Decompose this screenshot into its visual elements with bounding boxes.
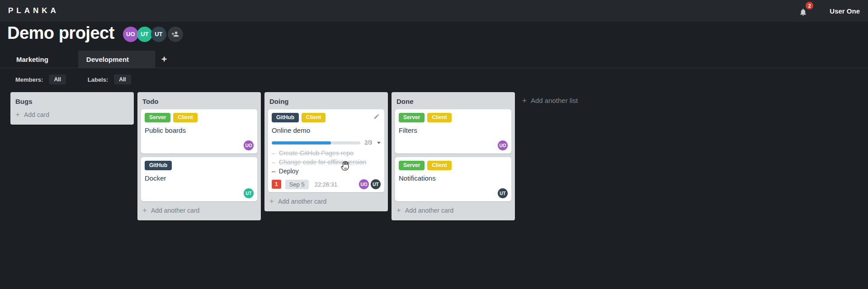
plus-icon: + [142,207,147,214]
chevron-down-icon[interactable] [377,142,381,144]
project-title[interactable]: Demo project [7,23,114,43]
avatar[interactable]: UO [123,27,138,42]
notification-count-badge: 1 [272,180,281,189]
due-date-badge[interactable]: Sep 5 [285,180,309,189]
filter-bar: Members: All Labels: All [15,73,131,86]
add-card-button[interactable]: + Add card [10,109,134,123]
add-another-card-button[interactable]: + Add another card [392,205,515,219]
add-list-label: Add another list [531,97,578,104]
task-item[interactable]: – Change code for offline version [272,158,381,167]
add-board-button[interactable]: + [155,51,173,68]
plus-icon: + [522,98,527,104]
card-title: Public boards [145,126,254,134]
add-card-label: Add another card [405,207,453,214]
user-menu[interactable]: User One [830,7,860,15]
label-client: Client [173,113,197,122]
add-card-label: Add card [24,111,49,118]
add-another-list-button[interactable]: + Add another list [517,93,583,108]
avatar: UO [244,140,254,150]
list-todo: Todo Server Client Public boards UO GitH… [137,92,261,220]
task-dash: – [272,167,275,176]
list-name[interactable]: Todo [137,92,261,109]
card-public-boards[interactable]: Server Client Public boards UO [141,109,257,154]
card-title: Docker [145,174,254,182]
add-member-button[interactable] [168,27,183,42]
avatar: UT [244,188,254,198]
pencil-icon [373,113,380,120]
add-card-label: Add another card [278,198,326,205]
avatar: UT [371,179,381,189]
task-progress: 2/3 [272,140,381,146]
card-title: Filters [399,126,508,134]
labels-filter-value[interactable]: All [114,75,131,84]
members-filter-value[interactable]: All [49,75,66,84]
list-doing: Doing GitHub Client Online demo 2/3 – [264,92,388,211]
card-labels: GitHub Client [272,113,381,122]
card-labels: GitHub [145,161,254,170]
avatar: UO [498,140,508,150]
bell-icon [799,8,807,17]
list-name[interactable]: Bugs [10,92,134,109]
avatar: UT [498,188,508,198]
label-server: Server [399,113,425,122]
tab-marketing[interactable]: Marketing [7,51,57,68]
add-card-label: Add another card [151,207,199,214]
label-server: Server [399,161,425,170]
avatar[interactable]: UT [151,27,166,42]
edit-card-button[interactable] [373,113,380,121]
list-done: Done Server Client Filters UO Server Cli… [392,92,515,220]
plus-icon: + [269,198,274,205]
card-title: Online demo [272,126,381,134]
list-name[interactable]: Doing [264,92,388,109]
tab-development[interactable]: Development [78,51,155,68]
card-online-demo[interactable]: GitHub Client Online demo 2/3 – Create G… [268,109,384,192]
add-another-card-button[interactable]: + Add another card [264,196,388,210]
planka-logo[interactable]: PLANKA [8,6,59,15]
notification-badge: 2 [806,2,813,9]
add-another-card-button[interactable]: + Add another card [137,205,261,219]
topbar: PLANKA 2 User One [0,0,868,22]
card-labels: Server Client [399,161,508,170]
plus-icon: + [396,207,401,214]
card-labels: Server Client [145,113,254,122]
list-name[interactable]: Done [392,92,515,109]
progress-fraction: 2/3 [364,140,372,146]
card-notifications[interactable]: Server Client Notifications UT [395,157,511,201]
label-github: GitHub [272,113,299,122]
task-dash: – [272,149,275,158]
progress-fill [272,141,331,144]
progress-bar [272,141,360,144]
card-title: Notifications [399,174,508,182]
task-dash: – [272,158,275,167]
task-item[interactable]: – Deploy [272,167,381,176]
timer-badge[interactable]: 22:26:31 [315,181,338,188]
list-bugs: Bugs + Add card [10,92,134,125]
card-filters[interactable]: Server Client Filters UO [395,109,511,154]
label-github: GitHub [145,161,172,170]
label-client: Client [427,113,451,122]
label-client: Client [302,113,326,122]
avatar[interactable]: UT [137,27,152,42]
labels-filter-label: Labels: [88,76,108,83]
task-item[interactable]: – Create GitHub Pages repo [272,149,381,158]
label-server: Server [145,113,170,122]
label-client: Client [427,161,451,170]
card-labels: Server Client [399,113,508,122]
person-add-icon [171,30,179,38]
project-members: UO UT UT [124,27,183,42]
plus-icon: + [161,54,167,65]
project-header: Demo project UO UT UT [7,23,183,43]
board-tabs: Marketing Development + [0,51,868,68]
card-badges: 1 Sep 5 22:26:31 UO UT [272,179,381,189]
board: Bugs + Add card Todo Server Client Publi… [10,92,515,220]
avatar: UO [359,179,369,189]
plus-icon: + [15,112,20,118]
card-docker[interactable]: GitHub Docker UT [141,157,257,201]
notifications-button[interactable]: 2 [799,5,810,17]
members-filter-label: Members: [15,76,43,83]
